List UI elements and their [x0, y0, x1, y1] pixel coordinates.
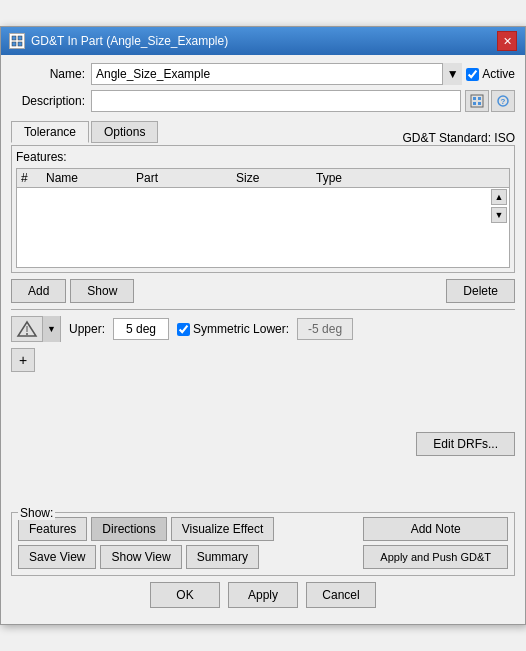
svg-point-13 [26, 333, 28, 335]
tabs: Tolerance Options [11, 121, 160, 143]
window-title: GD&T In Part (Angle_Size_Example) [31, 34, 228, 48]
desc-icon-btn-2[interactable]: ? [491, 90, 515, 112]
scroll-down-btn[interactable]: ▼ [491, 207, 507, 223]
description-label: Description: [11, 94, 91, 108]
description-row: Description: [11, 90, 515, 112]
window-icon [9, 33, 25, 49]
col-size: Size [236, 171, 316, 185]
svg-rect-8 [478, 102, 481, 105]
features-show-btn[interactable]: Features [18, 517, 87, 541]
main-window: GD&T In Part (Angle_Size_Example) ✕ Name… [0, 26, 526, 625]
active-checkbox-label: Active [466, 67, 515, 81]
summary-btn[interactable]: Summary [186, 545, 259, 569]
name-input[interactable] [91, 63, 462, 85]
scroll-up-btn[interactable]: ▲ [491, 189, 507, 205]
svg-rect-6 [478, 97, 481, 100]
features-group: Features: # Name Part Size Type ▲ ▼ [11, 145, 515, 273]
features-buttons: Add Show Delete [11, 279, 515, 303]
show-group-wrapper: Show: Features Directions Visualize Effe… [11, 512, 515, 576]
name-input-wrapper: ▼ [91, 63, 462, 85]
svg-rect-3 [18, 42, 22, 46]
apply-button[interactable]: Apply [228, 582, 298, 608]
name-label: Name: [11, 67, 91, 81]
desc-icons: ? [465, 90, 515, 112]
symmetric-checkbox-label: Symmetric Lower: [177, 322, 289, 336]
content-area: Name: ▼ Active Description: [1, 55, 525, 624]
gdt-standard: GD&T Standard: ISO [403, 131, 516, 145]
features-label: Features: [16, 150, 510, 164]
svg-rect-1 [18, 36, 22, 40]
show-button[interactable]: Show [70, 279, 134, 303]
divider-1 [11, 309, 515, 310]
show-group-title: Show: [18, 506, 55, 520]
col-part: Part [136, 171, 236, 185]
tolerance-dropdown-arrow[interactable]: ▼ [42, 316, 60, 342]
name-dropdown-arrow[interactable]: ▼ [442, 63, 462, 85]
tolerance-row: ▼ Upper: Symmetric Lower: [11, 316, 515, 342]
active-checkbox[interactable] [466, 68, 479, 81]
desc-icon-btn-1[interactable] [465, 90, 489, 112]
lower-input[interactable] [297, 318, 353, 340]
description-input[interactable] [91, 90, 461, 112]
add-button[interactable]: Add [11, 279, 66, 303]
title-bar-left: GD&T In Part (Angle_Size_Example) [9, 33, 228, 49]
tolerance-icon [12, 316, 42, 342]
upper-label: Upper: [69, 322, 105, 336]
col-hash: # [21, 171, 46, 185]
svg-rect-0 [12, 36, 16, 40]
tab-tolerance[interactable]: Tolerance [11, 121, 89, 143]
col-name: Name [46, 171, 136, 185]
upper-input[interactable] [113, 318, 169, 340]
ok-button[interactable]: OK [150, 582, 220, 608]
active-label: Active [482, 67, 515, 81]
tabs-row: Tolerance Options GD&T Standard: ISO [11, 117, 515, 145]
show-view-btn[interactable]: Show View [100, 545, 181, 569]
tolerance-type-btn[interactable]: ▼ [11, 316, 61, 342]
table-scroll-btns: ▲ ▼ [491, 189, 507, 223]
name-row: Name: ▼ Active [11, 63, 515, 85]
show-all-row: Features Directions Visualize Effect Sav… [18, 517, 508, 569]
title-bar: GD&T In Part (Angle_Size_Example) ✕ [1, 27, 525, 55]
edit-drfs-button[interactable]: Edit DRFs... [416, 432, 515, 456]
symmetric-label: Symmetric Lower: [193, 322, 289, 336]
delete-button[interactable]: Delete [446, 279, 515, 303]
show-row-2: Save View Show View Summary [18, 545, 355, 569]
symmetric-checkbox[interactable] [177, 323, 190, 336]
col-type: Type [316, 171, 396, 185]
edit-drfs-row: Edit DRFs... [11, 432, 515, 456]
svg-rect-2 [12, 42, 16, 46]
svg-rect-5 [473, 97, 476, 100]
close-button[interactable]: ✕ [497, 31, 517, 51]
show-row-1: Features Directions Visualize Effect [18, 517, 355, 541]
directions-btn[interactable]: Directions [91, 517, 166, 541]
middle-section: Edit DRFs... [11, 432, 515, 512]
features-table: # Name Part Size Type ▲ ▼ [16, 168, 510, 268]
add-tolerance-btn[interactable]: + [11, 348, 35, 372]
svg-text:?: ? [501, 97, 506, 106]
tab-options[interactable]: Options [91, 121, 158, 143]
table-header: # Name Part Size Type [17, 169, 509, 188]
apply-push-btn[interactable]: Apply and Push GD&T [363, 545, 508, 569]
svg-rect-7 [473, 102, 476, 105]
visualize-effect-btn[interactable]: Visualize Effect [171, 517, 275, 541]
svg-rect-4 [471, 95, 483, 107]
bottom-buttons-row: OK Apply Cancel [11, 576, 515, 616]
add-note-btn[interactable]: Add Note [363, 517, 508, 541]
show-right-btns: Add Note Apply and Push GD&T [363, 517, 508, 569]
cancel-button[interactable]: Cancel [306, 582, 376, 608]
save-view-btn[interactable]: Save View [18, 545, 96, 569]
